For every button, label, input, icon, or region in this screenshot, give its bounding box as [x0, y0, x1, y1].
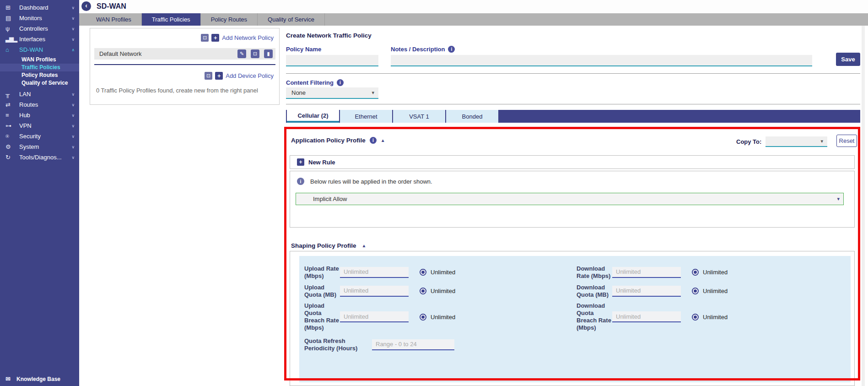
- new-rule-button[interactable]: New Rule: [308, 159, 335, 166]
- implicit-allow-dropdown[interactable]: Implicit Allow ▾: [296, 193, 844, 205]
- unlimited-radio[interactable]: [420, 314, 426, 321]
- save-button[interactable]: Save: [836, 53, 860, 66]
- sidebar-item-label: SD-WAN: [19, 46, 71, 53]
- add-device-policy-label: Add Device Policy: [226, 72, 274, 79]
- plus-icon[interactable]: +: [297, 158, 304, 166]
- tab-ethernet[interactable]: Ethernet: [340, 110, 392, 123]
- routes-icon: ⇄: [5, 101, 16, 108]
- sidebar-item-tools-diagnostics[interactable]: ↻ Tools/Diagnos... ∨: [0, 152, 79, 163]
- scrollbar-track[interactable]: [862, 26, 865, 386]
- tab-policy-routes[interactable]: Policy Routes: [201, 13, 258, 26]
- download-quota-input[interactable]: [612, 286, 681, 297]
- chevron-down-icon: ∨: [71, 37, 75, 42]
- new-rule-bar: + New Rule: [290, 155, 855, 169]
- main-tabbar: WAN Profiles Traffic Policies Policy Rou…: [79, 13, 868, 26]
- delete-icon[interactable]: ▮: [264, 49, 273, 58]
- create-policy-section: Create Network Traffic Policy Policy Nam…: [286, 26, 860, 386]
- main-content: ⊡ + Add Network Policy Default Network ✎…: [79, 26, 865, 386]
- sidebar-item-monitors[interactable]: ▤ Monitors ∨: [0, 13, 79, 23]
- sidebar-item-hub[interactable]: ≡ Hub ∨: [0, 110, 79, 120]
- add-network-policy-label: Add Network Policy: [222, 34, 274, 41]
- upload-rate-input[interactable]: [340, 267, 409, 278]
- upload-rate-field: Unlimited: [340, 267, 577, 278]
- sidebar-subitem-quality-of-service[interactable]: Quality of Service: [0, 79, 79, 87]
- notes-description-input[interactable]: [391, 55, 812, 66]
- sidebar-item-lan[interactable]: ╥ LAN ∨: [0, 89, 79, 99]
- security-shield-icon: ⍟: [5, 133, 16, 140]
- sidebar-subitem-wan-profiles[interactable]: WAN Profiles: [0, 56, 79, 64]
- policy-name-input[interactable]: [286, 55, 378, 66]
- upload-quota-breach-rate-label: Upload Quota Breach Rate (Mbps): [304, 302, 340, 331]
- info-icon[interactable]: i: [448, 46, 455, 53]
- unlimited-radio[interactable]: [420, 269, 426, 276]
- unlimited-radio[interactable]: [420, 288, 426, 294]
- upload-quota-field: Unlimited: [340, 286, 577, 297]
- page-header: ‹ SD-WAN: [79, 0, 868, 13]
- shaping-policy-profile-title: Shaping Policy Profile: [291, 242, 356, 249]
- tab-traffic-policies[interactable]: Traffic Policies: [142, 13, 201, 26]
- divider: [94, 64, 275, 65]
- copy-to-dropdown[interactable]: ▾: [766, 136, 827, 147]
- tab-cellular[interactable]: Cellular (2): [287, 110, 339, 123]
- upload-quota-breach-rate-input[interactable]: [340, 311, 409, 322]
- content-filtering-dropdown[interactable]: None ▾: [286, 87, 378, 99]
- sidebar-item-label: System: [19, 143, 71, 150]
- sidebar-item-label: Interfaces: [19, 36, 71, 43]
- upload-quota-input[interactable]: [340, 286, 409, 297]
- unlimited-radio[interactable]: [692, 288, 699, 294]
- sidebar-item-system[interactable]: ⚙ System ∨: [0, 141, 79, 152]
- vpn-key-icon: ⊶: [5, 122, 16, 129]
- unlimited-radio-label: Unlimited: [431, 269, 455, 276]
- tab-vsat1[interactable]: VSAT 1: [393, 110, 445, 123]
- collapse-triangle-icon[interactable]: ▲: [362, 243, 367, 248]
- edit-icon[interactable]: ✎: [237, 49, 246, 58]
- unlimited-radio[interactable]: [692, 314, 699, 321]
- sidebar-subitem-traffic-policies[interactable]: Traffic Policies: [0, 64, 79, 71]
- collapse-sidebar-button[interactable]: ‹: [81, 1, 91, 11]
- unlimited-radio[interactable]: [692, 269, 699, 276]
- info-icon: i: [297, 178, 304, 185]
- sidebar-item-sdwan[interactable]: ⌂ SD-WAN ∧: [0, 44, 79, 55]
- dropdown-caret-icon: ▾: [837, 196, 840, 202]
- policy-list-panel: ⊡ + Add Network Policy Default Network ✎…: [90, 28, 280, 105]
- chevron-down-icon: ∨: [71, 155, 75, 160]
- chevron-down-icon: ∨: [71, 16, 75, 21]
- tab-quality-of-service[interactable]: Quality of Service: [258, 13, 325, 26]
- sdwan-submenu: WAN Profiles Traffic Policies Policy Rou…: [0, 56, 79, 87]
- collapse-triangle-icon[interactable]: ▲: [381, 138, 385, 143]
- chevron-down-icon: ∨: [71, 145, 75, 149]
- sidebar-item-controllers[interactable]: ψ Controllers ∨: [0, 23, 79, 34]
- chevron-down-icon: ∨: [71, 113, 75, 118]
- notes-description-label: Notes / Description: [391, 46, 445, 53]
- copy-icon[interactable]: ⊡: [251, 49, 259, 58]
- empty-profiles-message: 0 Traffic Policy Profiles found, create …: [96, 87, 258, 94]
- section-heading: Create Network Traffic Policy: [286, 32, 372, 39]
- info-icon[interactable]: i: [370, 137, 377, 144]
- reset-button[interactable]: Reset: [836, 135, 857, 147]
- network-policy-row[interactable]: Default Network ✎ ⊡ ▮: [94, 48, 275, 60]
- rule-value: Implicit Allow: [313, 196, 347, 202]
- quota-refresh-periodicity-input[interactable]: [372, 339, 454, 350]
- monitors-icon: ▤: [5, 15, 16, 22]
- sidebar-item-vpn[interactable]: ⊶ VPN ∨: [0, 120, 79, 131]
- quota-refresh-periodicity-label: Quota Refresh Periodicity (Hours): [304, 337, 367, 352]
- download-rate-input[interactable]: [612, 267, 681, 278]
- divider: [286, 73, 860, 74]
- chevron-down-icon: ∨: [71, 103, 75, 107]
- sidebar-item-interfaces[interactable]: ▃▆▂ Interfaces ∨: [0, 34, 79, 44]
- info-icon[interactable]: i: [337, 79, 344, 86]
- upload-quota-label: Upload Quota (MB): [304, 284, 340, 299]
- tab-wan-profiles[interactable]: WAN Profiles: [86, 13, 142, 26]
- template-icon: ⊡: [205, 72, 212, 80]
- download-quota-breach-rate-input[interactable]: [612, 311, 681, 322]
- add-network-policy-button[interactable]: ⊡ + Add Network Policy: [201, 34, 274, 42]
- add-device-policy-button[interactable]: ⊡ + Add Device Policy: [205, 72, 274, 80]
- sidebar-item-knowledge-base[interactable]: ✉ Knowledge Base: [5, 375, 60, 382]
- tab-bonded[interactable]: Bonded: [446, 110, 498, 123]
- dropdown-caret-icon: ▾: [372, 90, 378, 96]
- sidebar-subitem-policy-routes[interactable]: Policy Routes: [0, 71, 79, 79]
- sidebar-item-routes[interactable]: ⇄ Routes ∨: [0, 99, 79, 110]
- controllers-icon: ψ: [5, 25, 16, 32]
- sidebar-item-dashboard[interactable]: ⊞ Dashboard ∨: [0, 2, 79, 13]
- sidebar-item-security[interactable]: ⍟ Security ∨: [0, 131, 79, 141]
